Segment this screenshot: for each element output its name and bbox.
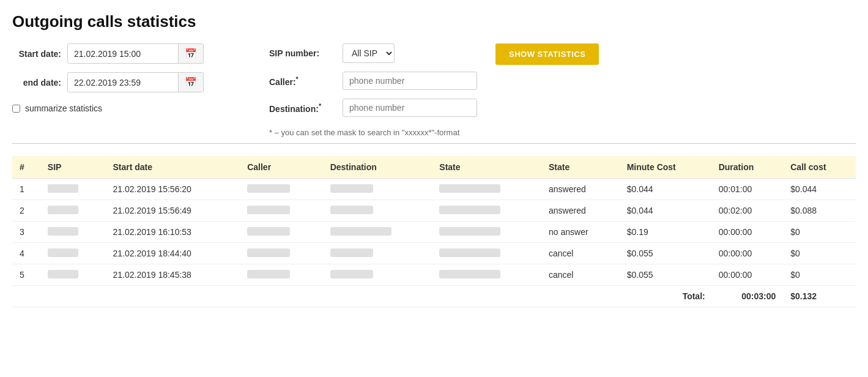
cell-duration: 00:02:00 bbox=[711, 200, 784, 222]
destination-row: Destination:* bbox=[269, 99, 477, 117]
cell-caller bbox=[240, 264, 322, 286]
cell-duration: 00:00:00 bbox=[711, 243, 784, 264]
cell-num: 2 bbox=[12, 200, 40, 222]
sip-number-label: SIP number: bbox=[269, 48, 336, 58]
cell-state1 bbox=[432, 200, 541, 222]
calls-table: # SIP Start date Caller Destination Stat… bbox=[12, 156, 856, 307]
cell-start-date: 21.02.2019 16:10:53 bbox=[105, 222, 240, 243]
cell-destination bbox=[323, 264, 432, 286]
table-row: 1 21.02.2019 15:56:20 answered $0.044 00… bbox=[12, 179, 856, 200]
end-date-input-wrapper: 📅 bbox=[67, 72, 204, 92]
cell-caller bbox=[240, 179, 322, 200]
cell-caller bbox=[240, 243, 322, 264]
fields-area: SIP number: All SIP Caller:* Destination… bbox=[269, 43, 477, 137]
cell-destination bbox=[323, 200, 432, 222]
sip-select[interactable]: All SIP bbox=[343, 43, 395, 63]
cell-minute-cost: $0.055 bbox=[620, 264, 711, 286]
cell-state2: answered bbox=[541, 179, 620, 200]
col-call-cost: Call cost bbox=[783, 156, 856, 179]
start-date-row: Start date: 📅 bbox=[12, 43, 220, 64]
total-label: Total: bbox=[12, 286, 711, 307]
cell-state1 bbox=[432, 222, 541, 243]
cell-call-cost: $0.088 bbox=[783, 200, 856, 222]
show-button-area: SHOW STATISTICS bbox=[495, 43, 599, 65]
start-date-label: Start date: bbox=[12, 49, 61, 59]
header-row: # SIP Start date Caller Destination Stat… bbox=[12, 156, 856, 179]
col-minute-cost: Minute Cost bbox=[620, 156, 711, 179]
cell-minute-cost: $0.055 bbox=[620, 243, 711, 264]
cell-duration: 00:00:00 bbox=[711, 264, 784, 286]
col-state1: State bbox=[432, 156, 541, 179]
table-row: 4 21.02.2019 18:44:40 cancel $0.055 00:0… bbox=[12, 243, 856, 264]
col-sip: SIP bbox=[40, 156, 106, 179]
cell-state1 bbox=[432, 179, 541, 200]
cell-num: 4 bbox=[12, 243, 40, 264]
cell-start-date: 21.02.2019 15:56:49 bbox=[105, 200, 240, 222]
filter-area: Start date: 📅 end date: 📅 summarize stat… bbox=[12, 43, 856, 137]
col-num: # bbox=[12, 156, 40, 179]
cell-state1 bbox=[432, 243, 541, 264]
sip-select-wrapper: All SIP bbox=[343, 43, 395, 63]
destination-input[interactable] bbox=[343, 99, 477, 117]
cell-sip bbox=[40, 264, 106, 286]
cell-call-cost: $0 bbox=[783, 243, 856, 264]
cell-caller bbox=[240, 222, 322, 243]
summarize-row: summarize statistics bbox=[12, 103, 220, 113]
cell-state2: cancel bbox=[541, 264, 620, 286]
end-date-row: end date: 📅 bbox=[12, 72, 220, 92]
col-state2: State bbox=[541, 156, 620, 179]
col-destination: Destination bbox=[323, 156, 432, 179]
end-date-input[interactable] bbox=[68, 74, 178, 91]
cell-destination bbox=[323, 179, 432, 200]
cell-state2: no answer bbox=[541, 222, 620, 243]
hint-text: * – you can set the mask to search in "x… bbox=[269, 128, 477, 137]
cell-num: 1 bbox=[12, 179, 40, 200]
summarize-label: summarize statistics bbox=[25, 103, 102, 113]
table-header: # SIP Start date Caller Destination Stat… bbox=[12, 156, 856, 179]
cell-sip bbox=[40, 179, 106, 200]
caller-label: Caller:* bbox=[269, 75, 336, 87]
cell-call-cost: $0 bbox=[783, 264, 856, 286]
start-date-input[interactable] bbox=[68, 45, 178, 62]
cell-num: 5 bbox=[12, 264, 40, 286]
page-title: Outgoing calls statistics bbox=[12, 12, 856, 31]
cell-sip bbox=[40, 222, 106, 243]
col-caller: Caller bbox=[240, 156, 322, 179]
start-date-input-wrapper: 📅 bbox=[67, 43, 204, 64]
show-statistics-button[interactable]: SHOW STATISTICS bbox=[495, 43, 599, 65]
cell-minute-cost: $0.044 bbox=[620, 200, 711, 222]
section-divider bbox=[12, 143, 856, 144]
cell-duration: 00:01:00 bbox=[711, 179, 784, 200]
cell-call-cost: $0 bbox=[783, 222, 856, 243]
cell-destination bbox=[323, 222, 432, 243]
summarize-checkbox[interactable] bbox=[12, 105, 20, 113]
table-body: 1 21.02.2019 15:56:20 answered $0.044 00… bbox=[12, 179, 856, 307]
sip-top-area: SIP number: All SIP Caller:* Destination… bbox=[269, 43, 599, 137]
cell-caller bbox=[240, 200, 322, 222]
total-duration: 00:03:00 bbox=[711, 286, 784, 307]
table-row: 2 21.02.2019 15:56:49 answered $0.044 00… bbox=[12, 200, 856, 222]
start-date-calendar-button[interactable]: 📅 bbox=[178, 44, 203, 63]
table-row: 3 21.02.2019 16:10:53 no answer $0.19 00… bbox=[12, 222, 856, 243]
caller-input[interactable] bbox=[343, 72, 477, 90]
end-date-label: end date: bbox=[12, 78, 61, 88]
col-duration: Duration bbox=[711, 156, 784, 179]
cell-num: 3 bbox=[12, 222, 40, 243]
cell-start-date: 21.02.2019 15:56:20 bbox=[105, 179, 240, 200]
total-cost: $0.132 bbox=[783, 286, 856, 307]
col-start-date: Start date bbox=[105, 156, 240, 179]
sip-filters: SIP number: All SIP Caller:* Destination… bbox=[269, 43, 599, 137]
destination-label: Destination:* bbox=[269, 102, 336, 114]
cell-call-cost: $0.044 bbox=[783, 179, 856, 200]
cell-destination bbox=[323, 243, 432, 264]
cell-start-date: 21.02.2019 18:44:40 bbox=[105, 243, 240, 264]
cell-sip bbox=[40, 200, 106, 222]
date-filters: Start date: 📅 end date: 📅 summarize stat… bbox=[12, 43, 220, 137]
table-row: 5 21.02.2019 18:45:38 cancel $0.055 00:0… bbox=[12, 264, 856, 286]
end-date-calendar-button[interactable]: 📅 bbox=[178, 73, 203, 92]
cell-state2: cancel bbox=[541, 243, 620, 264]
cell-state2: answered bbox=[541, 200, 620, 222]
cell-state1 bbox=[432, 264, 541, 286]
cell-minute-cost: $0.19 bbox=[620, 222, 711, 243]
caller-row: Caller:* bbox=[269, 72, 477, 90]
